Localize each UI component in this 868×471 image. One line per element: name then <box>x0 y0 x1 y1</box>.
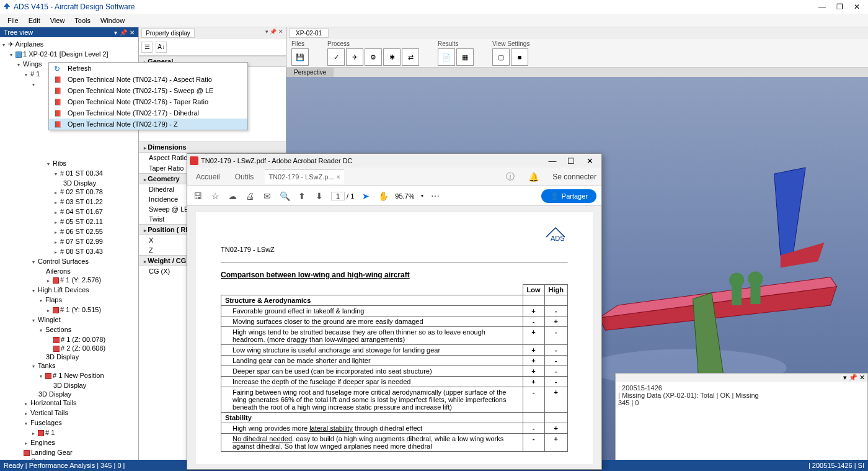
acrobat-maximize[interactable]: ☐ <box>562 156 580 166</box>
airplane-icon[interactable]: ✈ <box>346 48 363 66</box>
property-toolbar: ☰ A↓ <box>139 39 286 56</box>
categorize-icon[interactable]: ☰ <box>141 42 153 53</box>
more-icon[interactable]: ⋯ <box>430 191 441 202</box>
transfer-icon[interactable]: ⇄ <box>402 48 419 66</box>
console-output: : 200515-1426 | Missing Data (XP-02-01):… <box>616 382 867 409</box>
view-tab-perspective[interactable]: Perspective <box>286 68 334 77</box>
star-icon[interactable]: ☆ <box>210 191 221 202</box>
cursor-icon[interactable]: ➤ <box>360 191 371 202</box>
section-dimensions[interactable]: Dimensions <box>139 141 286 153</box>
svg-rect-8 <box>732 287 742 305</box>
menu-tools[interactable]: Tools <box>69 16 95 25</box>
main-tab[interactable]: XP-02-01 <box>289 29 329 38</box>
solid-icon[interactable]: ■ <box>511 48 528 66</box>
acrobat-close[interactable]: ✕ <box>580 156 599 166</box>
sort-icon[interactable]: A↓ <box>156 42 167 53</box>
menu-window[interactable]: Window <box>95 16 130 25</box>
svg-point-7 <box>729 272 744 287</box>
pdf-page[interactable]: ADS TN02-179 - LSwZ Comparison between l… <box>187 206 601 469</box>
page-down-icon[interactable]: ⬇ <box>314 191 325 202</box>
ctx-tn-177[interactable]: Open Technical Note (TN02-177) - Dihedra… <box>49 107 247 119</box>
ads-logo: ADS <box>221 225 568 243</box>
minimize-button[interactable]: — <box>813 2 831 11</box>
print-icon[interactable]: 🖨 <box>244 191 255 202</box>
tree-collapse-icon[interactable]: ▾ <box>114 29 117 36</box>
tab-accueil[interactable]: Accueil <box>192 170 224 184</box>
menu-view[interactable]: View <box>45 16 70 25</box>
doc-heading: Comparison between low-wing and high-win… <box>221 271 568 279</box>
tab-close-icon[interactable]: × <box>337 173 340 181</box>
app-title: ADS V415 - Aircraft Design Software <box>14 2 135 11</box>
help-icon[interactable]: ⓘ <box>506 171 515 182</box>
acrobat-minimize[interactable]: — <box>543 156 562 166</box>
svg-rect-10 <box>750 285 760 304</box>
svg-text:ADS: ADS <box>551 235 565 242</box>
console-panel: ▾ 📌 ✕ : 200515-1426 | Missing Data (XP-0… <box>615 373 868 471</box>
property-tab[interactable]: Property display <box>141 29 195 38</box>
atom-icon[interactable]: ✱ <box>383 48 401 66</box>
page-input[interactable] <box>331 192 345 200</box>
check-icon[interactable]: ✓ <box>327 48 345 66</box>
menu-edit[interactable]: Edit <box>24 16 45 25</box>
bell-icon[interactable]: 🔔 <box>528 172 539 182</box>
save-icon[interactable]: 💾 <box>291 48 309 66</box>
gear-icon[interactable]: ⚙ <box>365 48 382 66</box>
report-icon[interactable]: 📄 <box>438 48 455 66</box>
menubar: File Edit View Tools Window <box>0 14 868 27</box>
ctx-refresh[interactable]: Refresh <box>49 63 247 74</box>
pdf-icon <box>190 156 198 165</box>
ctx-tn-176[interactable]: Open Technical Note (TN02-176) - Taper R… <box>49 96 247 107</box>
tab-outils[interactable]: Outils <box>231 170 258 184</box>
status-left: Ready | Performance Analysis | 345 | 0 | <box>4 462 125 469</box>
page-up-icon[interactable]: ⬆ <box>296 191 308 202</box>
app-icon <box>2 2 14 12</box>
acrobat-window: TN02-179 - LSwZ.pdf - Adobe Acrobat Read… <box>187 153 602 470</box>
mail-icon[interactable]: ✉ <box>262 191 273 202</box>
tree-pin-icon[interactable]: 📌 <box>120 29 127 36</box>
svg-marker-4 <box>774 168 805 255</box>
context-menu: Refresh Open Technical Note (TN02-174) -… <box>48 62 248 130</box>
acrobat-toolbar: 🖫 ☆ ☁ 🖨 ✉ 🔍 ⬆ ⬇ / 1 ➤ ✋ 95.7%▾ ⋯ 👤 Parta… <box>187 186 601 206</box>
connect-link[interactable]: Se connecter <box>552 173 596 181</box>
ctx-tn-175[interactable]: Open Technical Note (TN02-175) - Sweep @… <box>49 85 247 96</box>
acrobat-titlebar[interactable]: TN02-179 - LSwZ.pdf - Adobe Acrobat Read… <box>187 154 601 168</box>
doc-id: TN02-179 - LSwZ <box>221 246 568 253</box>
cloud-icon[interactable]: ☁ <box>227 191 238 202</box>
menu-file[interactable]: File <box>2 16 24 25</box>
toolbar-ribbon: Files 💾 Process ✓ ✈ ⚙ ✱ ⇄ Results 📄 ▦ <box>286 39 868 68</box>
titlebar: ADS V415 - Aircraft Design Software — ❐ … <box>0 0 868 14</box>
comparison-table: LowHigh Structure & AerodynamicsFavorabl… <box>221 284 568 452</box>
status-right: | 200515-1426 | SI <box>808 462 864 469</box>
pdf-scrollbar[interactable] <box>593 207 601 469</box>
search-icon[interactable]: 🔍 <box>279 191 290 202</box>
hand-icon[interactable]: ✋ <box>378 191 389 202</box>
ctx-tn-179[interactable]: Open Technical Note (TN02-179) - Z <box>49 119 247 130</box>
save-pdf-icon[interactable]: 🖫 <box>192 191 203 202</box>
maximize-button[interactable]: ❐ <box>831 2 848 11</box>
zoom-level[interactable]: 95.7% <box>395 192 414 200</box>
ctx-tn-174[interactable]: Open Technical Note (TN02-174) - Aspect … <box>49 74 247 85</box>
layers-icon[interactable]: ▢ <box>492 48 510 66</box>
tree-close-icon[interactable]: ✕ <box>130 29 135 36</box>
tree-view-title: Tree view ▾ 📌 ✕ <box>0 27 138 37</box>
svg-point-9 <box>748 271 763 286</box>
share-button[interactable]: 👤 Partager <box>541 189 596 203</box>
console-controls[interactable]: ▾ 📌 ✕ <box>843 374 865 381</box>
close-button[interactable]: ✕ <box>848 2 866 11</box>
grid-icon[interactable]: ▦ <box>456 48 474 66</box>
tab-document[interactable]: TN02-179 - LSwZ.p...× <box>265 169 344 184</box>
